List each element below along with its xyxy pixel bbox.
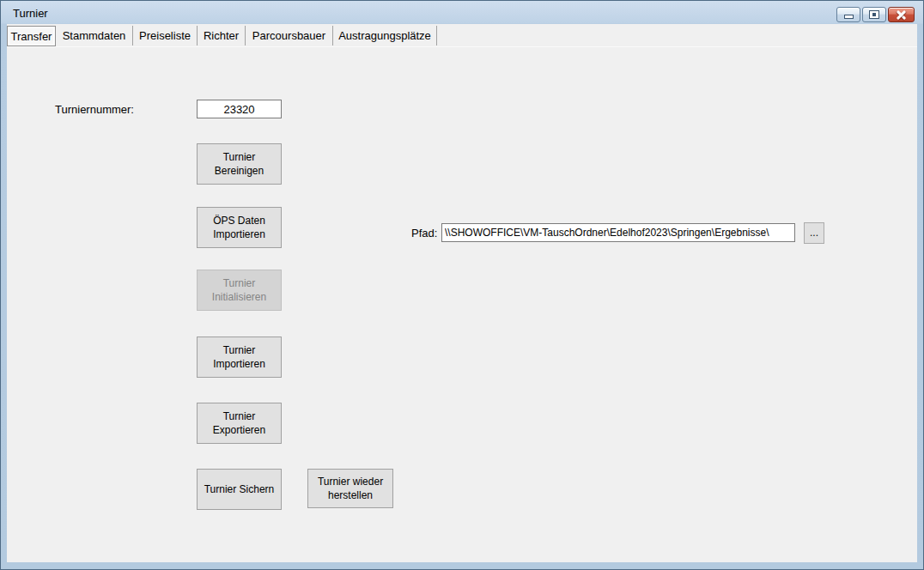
tab-transfer[interactable]: Transfer bbox=[7, 26, 56, 46]
turniernummer-input[interactable] bbox=[197, 100, 282, 118]
titlebar[interactable]: Turnier bbox=[1, 1, 923, 24]
minimize-icon bbox=[844, 15, 854, 19]
browse-button[interactable]: ... bbox=[804, 222, 824, 244]
tab-stammdaten[interactable]: Stammdaten bbox=[56, 26, 133, 45]
window-title: Turnier bbox=[13, 7, 48, 20]
close-button[interactable] bbox=[888, 7, 915, 22]
turnier-wieder-herstellen-button[interactable]: Turnier wieder herstellen bbox=[307, 469, 393, 508]
maximize-button[interactable] bbox=[862, 7, 886, 22]
turnier-sichern-button[interactable]: Turnier Sichern bbox=[197, 469, 282, 510]
pfad-input[interactable] bbox=[441, 223, 795, 242]
turnier-initialisieren-button: Turnier Initialisieren bbox=[197, 270, 282, 311]
turniernummer-label: Turniernummer: bbox=[55, 103, 134, 116]
turnier-bereinigen-button[interactable]: Turnier Bereinigen bbox=[197, 143, 282, 185]
turnier-importieren-button[interactable]: Turnier Importieren bbox=[197, 337, 282, 378]
turnier-exportieren-button[interactable]: Turnier Exportieren bbox=[197, 403, 282, 444]
tabstrip-highlight-line bbox=[7, 46, 917, 47]
app-window: Turnier Transfer Stammdaten Preiseliste … bbox=[0, 0, 924, 570]
close-icon bbox=[896, 10, 907, 20]
minimize-button[interactable] bbox=[836, 7, 860, 22]
maximize-icon bbox=[869, 10, 879, 19]
oeps-daten-importieren-button[interactable]: ÖPS Daten Importieren bbox=[197, 207, 282, 248]
tab-richter[interactable]: Richter bbox=[198, 26, 246, 45]
pfad-label: Pfad: bbox=[411, 227, 437, 240]
tab-parcoursbauer[interactable]: Parcoursbauer bbox=[246, 26, 333, 45]
tab-preiseliste[interactable]: Preiseliste bbox=[133, 26, 198, 45]
tab-strip: Transfer Stammdaten Preiseliste Richter … bbox=[7, 26, 437, 45]
window-controls bbox=[836, 7, 915, 22]
client-area: Transfer Stammdaten Preiseliste Richter … bbox=[7, 24, 917, 562]
tab-austragungsplaetze[interactable]: Austragungsplätze bbox=[333, 26, 437, 45]
